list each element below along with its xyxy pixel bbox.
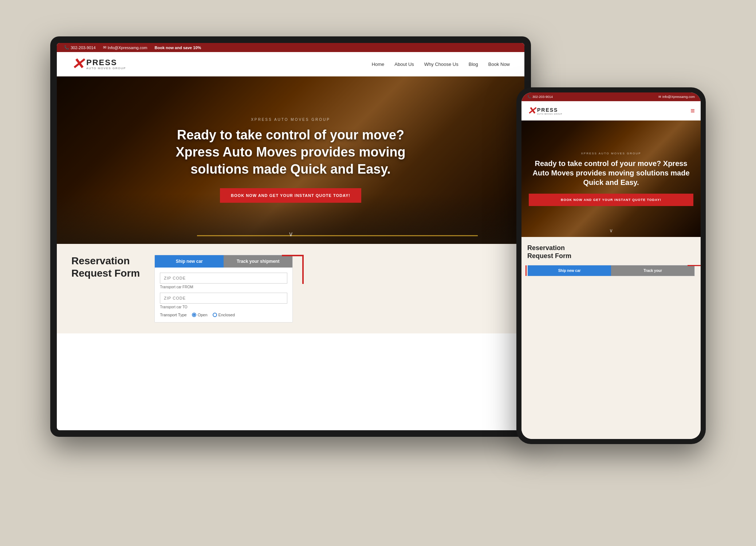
transport-type-label: Transport Type xyxy=(160,313,186,317)
hero-scroll-arrow: ∨ xyxy=(288,230,293,238)
mobile-logo-x-icon: ✕ xyxy=(527,105,536,117)
radio-enclosed-label: Enclosed xyxy=(218,313,235,317)
logo-press-text: PRESS xyxy=(86,58,126,67)
mobile-logo: ✕ PRESS AUTO MOVES GROUP xyxy=(527,105,562,117)
hero-section: XPRESS AUTO MOVES GROUP Ready to take co… xyxy=(57,76,524,244)
radio-open[interactable]: Open xyxy=(192,313,208,317)
mobile-hero-title: Ready to take control of your move? Xpre… xyxy=(529,159,693,187)
mobile-email-icon: ✉ xyxy=(658,95,661,99)
top-bar: 📞 302-203-9014 ✉ Info@Xpressamg.com Book… xyxy=(57,43,524,52)
mobile-form-section: Reservation Request Form Ship new car Tr… xyxy=(521,237,701,439)
nav-why[interactable]: Why Choose Us xyxy=(424,62,458,67)
mobile-email-address: Info@Xpressamg.com xyxy=(662,95,695,99)
mobile-hero-section: XPRESS AUTO MOVES GROUP Ready to take co… xyxy=(521,120,701,237)
mobile-form-title-line2: Request Form xyxy=(527,252,571,260)
email-icon: ✉ xyxy=(103,45,106,50)
mobile-tab-ship-new-car[interactable]: Ship new car xyxy=(528,265,611,276)
mobile-form-tabs: Ship new car Track your xyxy=(528,265,694,276)
phone-number: 302-203-9014 xyxy=(71,46,96,50)
to-label: Transport car TO xyxy=(160,305,287,309)
nav-links: Home About Us Why Choose Us Blog Book No… xyxy=(372,62,510,67)
email-address: Info@Xpressamg.com xyxy=(108,46,147,50)
mobile-email-item: ✉ Info@Xpressamg.com xyxy=(658,95,695,99)
mobile-scroll-arrow: ∨ xyxy=(609,228,613,233)
mobile-logo-press: PRESS xyxy=(537,107,562,113)
hero-cta-button[interactable]: BOOK NOW AND GET YOUR INSTANT QUOTE TODA… xyxy=(220,188,361,203)
mobile-phone-number: 302-203-9014 xyxy=(532,95,553,99)
mobile-screen: 📞 302-203-9014 ✉ Info@Xpressamg.com ✕ PR… xyxy=(521,92,701,439)
phone-icon: 📞 xyxy=(64,45,69,50)
desktop-mockup: 📞 302-203-9014 ✉ Info@Xpressamg.com Book… xyxy=(50,36,531,437)
mobile-hero-cta-button[interactable]: BOOK NOW AND GET YOUR INSTANT QUOTE TODA… xyxy=(529,194,693,206)
nav-blog[interactable]: Blog xyxy=(469,62,478,67)
logo: ✕ PRESS AUTO MOVES GROUP xyxy=(71,56,126,72)
topbar-cta[interactable]: Book now and save 10% xyxy=(155,46,201,50)
form-tabs: Ship new car Track your shipment xyxy=(155,255,292,268)
form-decoration xyxy=(282,255,304,284)
tab-ship-new-car[interactable]: Ship new car xyxy=(155,255,224,268)
nav-about[interactable]: About Us xyxy=(394,62,414,67)
mobile-form-decoration xyxy=(688,265,701,283)
logo-sub-text: AUTO MOVES GROUP xyxy=(86,67,126,70)
form-inner: Reservation Request Form Ship new car Tr… xyxy=(71,255,510,323)
zip-to-input[interactable] xyxy=(160,293,287,304)
hero-title: Ready to take control of your move? Xpre… xyxy=(167,127,414,178)
nav-home[interactable]: Home xyxy=(372,62,385,67)
zip-from-input[interactable] xyxy=(160,273,287,284)
form-section: Reservation Request Form Ship new car Tr… xyxy=(57,244,524,333)
hero-content: XPRESS AUTO MOVES GROUP Ready to take co… xyxy=(167,118,414,202)
mobile-mockup: 📞 302-203-9014 ✉ Info@Xpressamg.com ✕ PR… xyxy=(516,87,706,444)
mobile-top-bar: 📞 302-203-9014 ✉ Info@Xpressamg.com xyxy=(521,92,701,101)
form-card: Ship new car Track your shipment Transpo… xyxy=(154,255,293,323)
mobile-form-title-line1: Reservation xyxy=(527,244,565,252)
transport-type-row: Transport Type Open Enclosed xyxy=(160,313,287,317)
desktop-screen: 📞 302-203-9014 ✉ Info@Xpressamg.com Book… xyxy=(57,43,524,430)
nav-book[interactable]: Book Now xyxy=(488,62,510,67)
radio-enclosed[interactable]: Enclosed xyxy=(213,313,235,317)
mobile-phone-item: 📞 302-203-9014 xyxy=(527,95,553,99)
mobile-form-title: Reservation Request Form xyxy=(527,244,695,260)
mobile-phone-icon: 📞 xyxy=(527,95,531,99)
phone-item: 📞 302-203-9014 xyxy=(64,45,96,50)
form-title: Reservation Request Form xyxy=(71,255,140,279)
mobile-navigation: ✕ PRESS AUTO MOVES GROUP ≡ xyxy=(521,101,701,120)
mobile-logo-sub: AUTO MOVES GROUP xyxy=(537,113,562,115)
hero-brand-label: XPRESS AUTO MOVES GROUP xyxy=(167,118,414,122)
form-title-line1: Reservation xyxy=(71,255,130,266)
navigation: ✕ PRESS AUTO MOVES GROUP Home About Us W… xyxy=(57,52,524,76)
mobile-form-card: Ship new car Track your xyxy=(527,265,695,276)
logo-x-icon: ✕ xyxy=(71,56,84,72)
from-label: Transport car FROM xyxy=(160,285,287,289)
hamburger-menu-icon[interactable]: ≡ xyxy=(690,107,695,115)
road-line xyxy=(197,235,477,236)
radio-open-label: Open xyxy=(198,313,208,317)
mobile-brand-label: XPRESS AUTO MOVES GROUP xyxy=(529,152,693,155)
form-title-line2: Request Form xyxy=(71,268,140,279)
mobile-tab-track[interactable]: Track your xyxy=(611,265,694,276)
mobile-hero-content: XPRESS AUTO MOVES GROUP Ready to take co… xyxy=(529,152,693,206)
form-body: Transport car FROM Transport car TO Tran… xyxy=(155,268,292,322)
email-item: ✉ Info@Xpressamg.com xyxy=(103,45,147,50)
